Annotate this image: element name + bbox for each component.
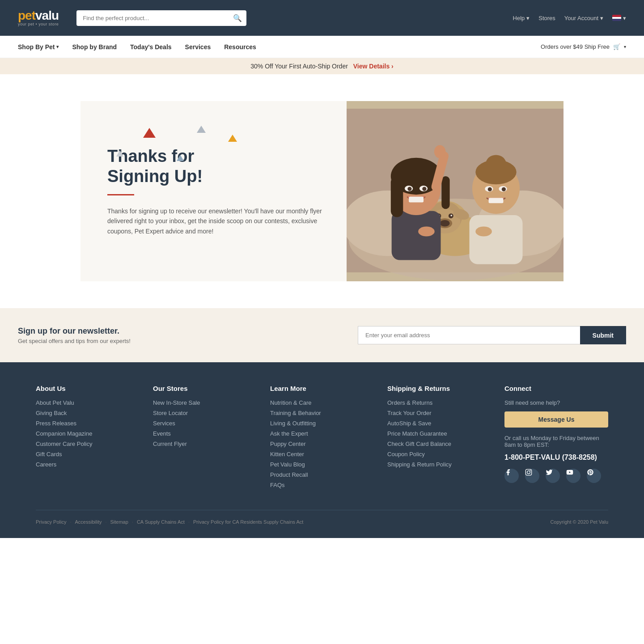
logo-tagline: your pet • your store bbox=[18, 22, 59, 26]
shop-by-pet-chevron-icon: ▾ bbox=[56, 44, 59, 49]
newsletter-section: Sign up for our newsletter. Get special … bbox=[0, 308, 644, 362]
decoration-triangle-red bbox=[143, 128, 156, 138]
todays-deals-link[interactable]: Today's Deals bbox=[130, 43, 172, 51]
footer-about-us: About Us About Pet Valu Giving Back Pres… bbox=[36, 385, 140, 492]
top-nav-right: Help ▾ Stores Your Account ▾ ▾ bbox=[513, 15, 626, 21]
country-selector[interactable]: ▾ bbox=[612, 15, 626, 21]
ask-expert-link[interactable]: Ask the Expert bbox=[270, 430, 374, 437]
youtube-icon[interactable] bbox=[566, 469, 580, 483]
careers-link[interactable]: Careers bbox=[36, 461, 140, 468]
signup-body-text: Thanks for signing up to receive our ene… bbox=[107, 206, 324, 236]
promo-link[interactable]: View Details › bbox=[353, 63, 394, 70]
cart-chevron-icon: ▾ bbox=[624, 44, 626, 49]
nutrition-care-link[interactable]: Nutrition & Care bbox=[270, 399, 374, 406]
cart-icon: 🛒 bbox=[613, 43, 620, 50]
current-flyer-link[interactable]: Current Flyer bbox=[153, 441, 257, 447]
privacy-policy-link[interactable]: Privacy Policy bbox=[36, 519, 66, 525]
svg-point-42 bbox=[530, 470, 531, 471]
ca-supply-chains-link[interactable]: CA Supply Chains Act bbox=[137, 519, 185, 525]
pinterest-icon[interactable] bbox=[587, 469, 601, 483]
call-info-text: Or call us Monday to Friday between 8am … bbox=[504, 435, 608, 448]
flag-chevron-icon: ▾ bbox=[623, 15, 626, 21]
companion-magazine-link[interactable]: Companion Magazine bbox=[36, 430, 140, 437]
gift-cards-link[interactable]: Gift Cards bbox=[36, 451, 140, 458]
resources-link[interactable]: Resources bbox=[224, 43, 256, 51]
pet-valu-blog-link[interactable]: Pet Valu Blog bbox=[270, 461, 374, 468]
orders-returns-link[interactable]: Orders & Returns bbox=[387, 399, 491, 406]
learn-more-heading: Learn More bbox=[270, 385, 374, 392]
newsletter-form: Submit bbox=[358, 326, 626, 344]
flag-icon bbox=[612, 15, 621, 21]
facebook-icon[interactable] bbox=[504, 469, 519, 483]
svg-point-41 bbox=[527, 471, 530, 474]
track-order-link[interactable]: Track Your Order bbox=[387, 410, 491, 416]
svg-rect-40 bbox=[525, 469, 531, 475]
decoration-triangle-blue bbox=[177, 155, 184, 161]
press-releases-link[interactable]: Press Releases bbox=[36, 420, 140, 427]
accessibility-link[interactable]: Accessibility bbox=[75, 519, 102, 525]
price-match-link[interactable]: Price Match Guarantee bbox=[387, 430, 491, 437]
ca-privacy-link[interactable]: Privacy Policy for CA Residents Supply C… bbox=[193, 519, 303, 525]
twitter-icon[interactable] bbox=[546, 469, 560, 483]
newsletter-text: Sign up for our newsletter. Get special … bbox=[18, 326, 131, 344]
about-pet-valu-link[interactable]: About Pet Valu bbox=[36, 399, 140, 406]
training-behavior-link[interactable]: Training & Behavior bbox=[270, 410, 374, 416]
red-divider bbox=[107, 194, 134, 195]
help-link[interactable]: Help ▾ bbox=[513, 15, 530, 21]
autoship-save-link[interactable]: AutoShip & Save bbox=[387, 420, 491, 427]
email-input[interactable] bbox=[358, 326, 580, 344]
phone-number: 1-800-PET-VALU (738-8258) bbox=[504, 453, 608, 462]
services-link[interactable]: Services bbox=[185, 43, 211, 51]
logo-text: petvalu bbox=[18, 9, 59, 22]
logo[interactable]: petvalu your pet • your store bbox=[18, 9, 59, 26]
check-gift-card-link[interactable]: Check Gift Card Balance bbox=[387, 441, 491, 447]
hero-image bbox=[347, 101, 564, 281]
decoration-triangle-orange bbox=[228, 135, 237, 142]
product-recall-link[interactable]: Product Recall bbox=[270, 471, 374, 478]
customer-care-policy-link[interactable]: Customer Care Policy bbox=[36, 441, 140, 447]
stores-services-link[interactable]: Services bbox=[153, 420, 257, 427]
promo-banner: 30% Off Your First Auto-Ship Order View … bbox=[0, 58, 644, 74]
account-link[interactable]: Your Account ▾ bbox=[564, 15, 603, 21]
shipping-returns-heading: Shipping & Returns bbox=[387, 385, 491, 392]
footer-columns: About Us About Pet Valu Giving Back Pres… bbox=[36, 385, 608, 492]
signup-box: Thanks for Signing Up! Thanks for signin… bbox=[80, 101, 347, 281]
signup-heading: Thanks for Signing Up! bbox=[107, 146, 324, 187]
new-in-store-link[interactable]: New In-Store Sale bbox=[153, 399, 257, 406]
shop-by-brand-link[interactable]: Shop by Brand bbox=[72, 43, 117, 51]
instagram-icon[interactable] bbox=[525, 469, 539, 483]
sitemap-link[interactable]: Sitemap bbox=[110, 519, 128, 525]
message-us-button[interactable]: Message Us bbox=[504, 411, 608, 428]
top-navigation: petvalu your pet • your store 🔍 Help ▾ S… bbox=[0, 0, 644, 58]
newsletter-subtext: Get special offers and tips from our exp… bbox=[18, 338, 131, 344]
help-chevron-icon: ▾ bbox=[526, 15, 530, 21]
shop-by-pet-link[interactable]: Shop By Pet ▾ bbox=[18, 43, 59, 51]
kitten-center-link[interactable]: Kitten Center bbox=[270, 451, 374, 458]
puppy-center-link[interactable]: Puppy Center bbox=[270, 441, 374, 447]
bottom-navigation: Shop By Pet ▾ Shop by Brand Today's Deal… bbox=[0, 36, 644, 58]
store-locator-link[interactable]: Store Locator bbox=[153, 410, 257, 416]
shipping-return-policy-link[interactable]: Shipping & Return Policy bbox=[387, 461, 491, 468]
connect-heading: Connect bbox=[504, 385, 608, 392]
giving-back-link[interactable]: Giving Back bbox=[36, 410, 140, 416]
living-outfitting-link[interactable]: Living & Outfitting bbox=[270, 420, 374, 427]
footer-bottom-links: Privacy Policy · Accessibility · Sitemap… bbox=[36, 519, 303, 525]
search-button[interactable]: 🔍 bbox=[233, 14, 242, 22]
footer-learn-more: Learn More Nutrition & Care Training & B… bbox=[270, 385, 374, 492]
decoration-triangle-light bbox=[116, 150, 123, 157]
faqs-link[interactable]: FAQs bbox=[270, 482, 374, 488]
help-text: Still need some help? bbox=[504, 399, 608, 406]
social-icons bbox=[504, 469, 608, 487]
account-chevron-icon: ▾ bbox=[600, 15, 603, 21]
footer-connect: Connect Still need some help? Message Us… bbox=[504, 385, 608, 492]
svg-rect-39 bbox=[347, 109, 564, 272]
stores-link[interactable]: Stores bbox=[538, 15, 555, 21]
newsletter-heading: Sign up for our newsletter. bbox=[18, 326, 131, 336]
copyright: Copyright © 2020 Pet Valu bbox=[550, 519, 608, 525]
footer-our-stores: Our Stores New In-Store Sale Store Locat… bbox=[153, 385, 257, 492]
coupon-policy-link[interactable]: Coupon Policy bbox=[387, 451, 491, 458]
events-link[interactable]: Events bbox=[153, 430, 257, 437]
search-input[interactable] bbox=[76, 10, 246, 26]
decoration-triangle-gray bbox=[197, 126, 206, 133]
submit-button[interactable]: Submit bbox=[580, 326, 626, 344]
